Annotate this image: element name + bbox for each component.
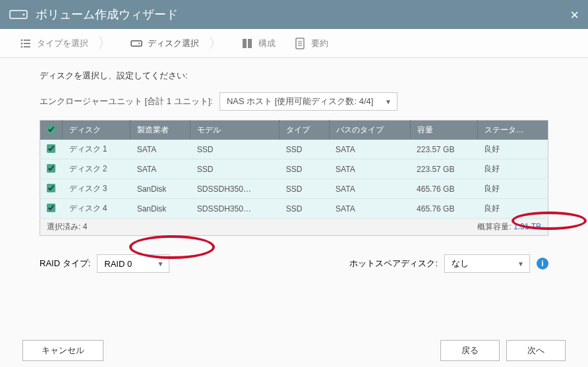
cell-type: SSD xyxy=(279,199,329,219)
cell-model: SDSSDH350… xyxy=(191,179,279,199)
col-maker[interactable]: 製造業者 xyxy=(131,121,191,140)
step-type[interactable]: タイプを選択 〉 xyxy=(13,29,124,57)
svg-point-6 xyxy=(21,45,23,47)
close-icon[interactable]: × xyxy=(570,7,579,24)
drive-icon xyxy=(9,8,28,21)
row-checkbox[interactable] xyxy=(47,204,55,212)
row-checkbox[interactable] xyxy=(47,164,55,173)
raid-type-label: RAID タイプ: xyxy=(40,258,90,269)
select-all-header[interactable] xyxy=(40,121,63,140)
hotspare-label: ホットスペアディスク: xyxy=(349,258,438,269)
raid-type-value: RAID 0 xyxy=(104,259,132,269)
cell-bus: SATA xyxy=(329,199,410,219)
hotspare-value: なし xyxy=(452,258,469,269)
next-button[interactable]: 次へ xyxy=(506,340,566,361)
cell-type: SSD xyxy=(279,140,329,159)
col-type[interactable]: タイプ xyxy=(279,121,329,140)
cell-model: SSD xyxy=(191,159,279,179)
instruction-text: ディスクを選択し、設定してください: xyxy=(40,70,548,82)
step-disk[interactable]: ディスク選択 〉 xyxy=(124,29,235,57)
cell-bus: SATA xyxy=(329,159,410,179)
cell-maker: SATA xyxy=(131,140,191,159)
svg-point-4 xyxy=(21,42,23,44)
cell-status: 良好 xyxy=(477,179,548,199)
enclosure-label: エンクロージャーユニット [合計 1 ユニット]: xyxy=(40,96,213,107)
col-disk[interactable]: ディスク xyxy=(63,121,131,140)
selected-count: 選択済み: 4 xyxy=(47,221,87,233)
cell-status: 良好 xyxy=(477,159,548,179)
summary-icon xyxy=(294,38,306,49)
raid-type-dropdown[interactable]: RAID 0 ▼ xyxy=(97,254,169,273)
svg-point-9 xyxy=(138,43,140,44)
col-model[interactable]: モデル xyxy=(191,121,279,140)
table-footer: 選択済み: 4 概算容量: 1.31 TB xyxy=(40,219,548,236)
table-row[interactable]: ディスク 4SanDiskSDSSDH350…SSDSATA465.76 GB良… xyxy=(40,199,548,219)
cell-maker: SanDisk xyxy=(131,179,191,199)
chevron-down-icon: ▼ xyxy=(385,98,392,105)
hotspare-dropdown[interactable]: なし ▼ xyxy=(444,254,530,273)
svg-point-2 xyxy=(21,39,23,41)
cell-capacity: 223.57 GB xyxy=(410,159,477,179)
cell-type: SSD xyxy=(279,159,329,179)
back-button[interactable]: 戻る xyxy=(440,340,500,361)
cell-capacity: 465.76 GB xyxy=(410,199,477,219)
cell-capacity: 465.76 GB xyxy=(410,179,477,199)
table-row[interactable]: ディスク 3SanDiskSDSSDH350…SSDSATA465.76 GB良… xyxy=(40,179,548,199)
cancel-button[interactable]: キャンセル xyxy=(22,340,103,361)
svg-rect-5 xyxy=(24,43,30,44)
svg-rect-7 xyxy=(24,46,30,47)
wizard-title: ボリューム作成ウィザード xyxy=(36,7,178,22)
step-summary-label: 要約 xyxy=(311,38,328,49)
chevron-down-icon: ▼ xyxy=(517,260,524,268)
col-status[interactable]: ステータ… xyxy=(477,121,548,140)
chevron-right-icon: 〉 xyxy=(208,34,223,53)
enclosure-dropdown[interactable]: NAS ホスト [使用可能ディスク数: 4/4] ▼ xyxy=(220,92,397,111)
cell-model: SDSSDH350… xyxy=(191,199,279,219)
list-icon xyxy=(20,38,32,49)
cell-disk: ディスク 4 xyxy=(63,199,131,219)
chevron-down-icon: ▼ xyxy=(157,260,163,268)
table-row[interactable]: ディスク 1SATASSDSSDSATA223.57 GB良好 xyxy=(40,140,548,159)
step-type-label: タイプを選択 xyxy=(37,38,88,49)
titlebar: ボリューム作成ウィザード × xyxy=(0,0,588,29)
step-summary[interactable]: 要約 xyxy=(287,29,340,57)
svg-point-1 xyxy=(23,14,25,16)
cell-type: SSD xyxy=(279,179,329,199)
col-bus[interactable]: バスのタイプ xyxy=(329,121,410,140)
chevron-right-icon: 〉 xyxy=(98,34,112,53)
cell-model: SSD xyxy=(191,140,279,159)
config-icon xyxy=(241,38,253,49)
svg-rect-8 xyxy=(131,41,142,46)
cell-disk: ディスク 1 xyxy=(63,140,131,159)
svg-rect-3 xyxy=(24,40,30,41)
cell-maker: SanDisk xyxy=(131,199,191,219)
svg-rect-10 xyxy=(243,39,247,48)
info-icon[interactable]: i xyxy=(537,258,548,269)
cell-status: 良好 xyxy=(477,140,548,159)
col-capacity[interactable]: 容量 xyxy=(410,121,477,140)
step-config[interactable]: 構成 xyxy=(235,29,287,57)
svg-rect-11 xyxy=(248,39,252,48)
cell-status: 良好 xyxy=(477,199,548,219)
select-all-checkbox[interactable] xyxy=(47,125,55,134)
step-config-label: 構成 xyxy=(258,38,276,49)
cell-capacity: 223.57 GB xyxy=(410,140,477,159)
cell-disk: ディスク 3 xyxy=(63,179,131,199)
enclosure-selected: NAS ホスト [使用可能ディスク数: 4/4] xyxy=(227,96,373,107)
cell-bus: SATA xyxy=(329,140,410,159)
row-checkbox[interactable] xyxy=(47,144,55,153)
cell-maker: SATA xyxy=(131,159,191,179)
cell-disk: ディスク 2 xyxy=(63,159,131,179)
table-row[interactable]: ディスク 2SATASSDSSDSATA223.57 GB良好 xyxy=(40,159,548,179)
step-disk-label: ディスク選択 xyxy=(148,38,199,49)
step-bar: タイプを選択 〉 ディスク選択 〉 構成 要約 xyxy=(0,29,588,58)
estimated-capacity: 概算容量: 1.31 TB xyxy=(477,221,541,233)
disk-table: ディスク 製造業者 モデル タイプ バスのタイプ 容量 ステータ… ディスク 1… xyxy=(40,120,548,219)
wizard-footer: キャンセル 戻る 次へ xyxy=(0,334,588,367)
disk-icon xyxy=(131,38,142,49)
row-checkbox[interactable] xyxy=(47,184,55,192)
cell-bus: SATA xyxy=(329,179,410,199)
